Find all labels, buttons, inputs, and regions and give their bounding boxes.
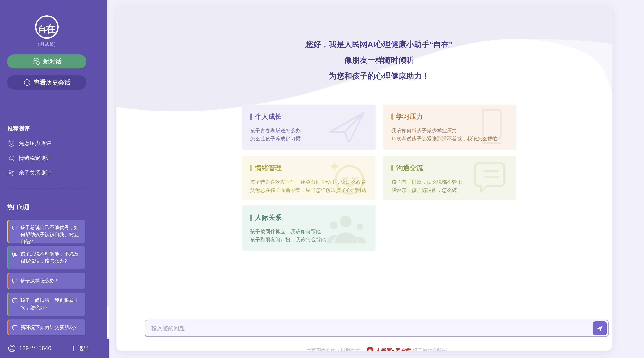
- user-bar: 139****5640 | 退出: [0, 338, 110, 358]
- hot-question-item[interactable]: 新环境下如何结交新朋友?: [7, 319, 85, 335]
- assessment-parent-child[interactable]: 亲子关系测评: [7, 167, 85, 178]
- category-example-line: 孩子被同伴孤立，我该如何帮他: [250, 227, 368, 236]
- category-title-row: 沟通交流: [391, 164, 508, 173]
- category-title: 情绪管理: [255, 164, 282, 173]
- peoples-daily-app-icon: [367, 347, 373, 351]
- zizai-logo-icon: 自 在: [35, 15, 58, 39]
- title-accent-bar: [391, 165, 393, 171]
- category-examples: 孩子被同伴孤立，我该如何帮他 孩子和朋友闹别扭，我该怎么帮他: [250, 227, 368, 244]
- anxious-face-icon: [7, 139, 16, 147]
- sidebar-divider: [7, 189, 85, 189]
- history-button[interactable]: 查看历史会话: [7, 75, 86, 90]
- category-example-line: 父母总在孩子面前吵架，应当怎样解决孩子心理问题: [250, 186, 368, 194]
- category-title-row: 人际关系: [250, 213, 368, 222]
- chat-bubble-icon: [12, 225, 18, 231]
- category-card-personal-growth[interactable]: 个人成长 孩子青春期叛逆怎么办 怎么让孩子养成好习惯: [242, 105, 376, 150]
- assessment-anxiety[interactable]: 焦虑压力测评: [7, 138, 85, 149]
- logout-button[interactable]: 退出: [78, 344, 89, 352]
- category-example-line: 怎么让孩子养成好习惯: [250, 135, 368, 143]
- sidebar-scrollbar-track: [107, 0, 110, 358]
- hot-question-item[interactable]: 孩子一闹情绪，我也跟着上火，怎么办?: [7, 292, 85, 316]
- send-button[interactable]: [593, 321, 607, 335]
- hot-question-text: 新环境下如何结交新朋友?: [20, 324, 76, 331]
- user-phone: 139****5640: [19, 345, 52, 351]
- category-example-line: 孩子和朋友闹别扭，我该怎么帮他: [250, 236, 368, 244]
- category-examples: 我该如何帮孩子减少学业压力 每次考试孩子都紧张到睡不着觉，我该怎么帮忙: [391, 127, 508, 143]
- history-label: 查看历史会话: [34, 78, 70, 87]
- assessments-title: 推荐测评: [7, 125, 30, 132]
- chat-bubble-icon: [12, 251, 18, 257]
- calm-face-icon: [7, 154, 16, 162]
- headline-line-3: 为您和孩子的心理健康助力！: [306, 68, 453, 84]
- disclaimer-text-before: 本页面内容由大模型生成，: [306, 347, 365, 351]
- new-chat-label: 新对话: [43, 57, 62, 66]
- category-card-study-pressure[interactable]: 学习压力 我该如何帮孩子减少学业压力 每次考试孩子都紧张到睡不着觉，我该怎么帮忙: [384, 105, 516, 150]
- category-title-row: 学习压力: [391, 112, 508, 121]
- send-plane-icon: [596, 325, 604, 332]
- hot-question-text: 孩子厌学怎么办?: [20, 277, 57, 284]
- disclaimer-text-after: 提示您注意甄别: [413, 347, 447, 351]
- category-title-row: 情绪管理: [250, 164, 368, 173]
- title-accent-bar: [391, 113, 393, 120]
- category-title: 个人成长: [255, 112, 282, 121]
- assessment-label: 亲子关系测评: [19, 169, 51, 177]
- category-card-interpersonal[interactable]: 人际关系 孩子被同伴孤立，我该如何帮他 孩子和朋友闹别扭，我该怎么帮他: [242, 205, 376, 251]
- logo-char-2: 在: [46, 24, 56, 34]
- category-card-communication[interactable]: 沟通交流 孩子有手机瘾，怎么说都不管用 我说东，孩子偏往西，怎么破: [384, 156, 516, 200]
- clock-icon: [23, 79, 31, 86]
- category-title: 沟通交流: [396, 164, 423, 173]
- title-accent-bar: [250, 113, 252, 120]
- peoples-daily-app-label: 人民网+客户端: [375, 347, 411, 351]
- assessment-emotion[interactable]: 情绪稳定测评: [7, 153, 85, 164]
- category-title: 人际关系: [255, 213, 282, 222]
- user-bar-divider: |: [72, 345, 74, 351]
- category-example-line: 孩子特别喜欢发脾气，还会跟同学动手，该怎么教育: [250, 178, 368, 186]
- category-example-line: 孩子有手机瘾，怎么说都不管用: [391, 178, 508, 186]
- category-card-emotion-management[interactable]: 情绪管理 孩子特别喜欢发脾气，还会跟同学动手，该怎么教育 父母总在孩子面前吵架，…: [242, 156, 376, 200]
- category-title-row: 个人成长: [250, 112, 368, 121]
- assessment-label: 焦虑压力测评: [19, 140, 51, 147]
- main-panel: 您好，我是人民网AI心理健康小助手“自在” 像朋友一样随时倾听 为您和孩子的心理…: [116, 6, 612, 351]
- category-example-line: 孩子青春期叛逆怎么办: [250, 127, 368, 135]
- headline-line-2: 像朋友一样随时倾听: [306, 52, 453, 68]
- hot-question-text: 孩子一闹情绪，我也跟着上火，怎么办?: [20, 297, 82, 311]
- chat-bubble-icon: [12, 298, 18, 303]
- category-title: 学习压力: [396, 112, 423, 121]
- sidebar: 自 在 (测试版) 新对话 查看历史会话 推荐测评 焦虑压力测评: [0, 0, 107, 358]
- welcome-headline: 您好，我是人民网AI心理健康小助手“自在” 像朋友一样随时倾听 为您和孩子的心理…: [306, 36, 453, 84]
- hot-question-text: 孩子总说自己不够优秀，如何帮助孩子认识自我、树立自信?: [20, 224, 82, 245]
- hot-question-text: 孩子总说不理解他，不愿意跟我说话，该怎么办?: [20, 251, 82, 265]
- hot-question-item[interactable]: 孩子总说自己不够优秀，如何帮助孩子认识自我、树立自信?: [7, 220, 85, 243]
- app-logo: 自 在 (测试版): [0, 15, 94, 47]
- hot-questions-title: 热门问题: [7, 203, 30, 211]
- chat-bubble-icon: [12, 278, 18, 284]
- beta-caption: (测试版): [0, 41, 94, 47]
- category-examples: 孩子有手机瘾，怎么说都不管用 我说东，孩子偏往西，怎么破: [391, 178, 508, 194]
- headline-line-1: 您好，我是人民网AI心理健康小助手“自在”: [306, 36, 453, 52]
- hot-question-item[interactable]: 孩子总说不理解他，不愿意跟我说话，该怎么办?: [7, 246, 85, 269]
- logo-char-1: 自: [38, 25, 46, 33]
- category-examples: 孩子青春期叛逆怎么办 怎么让孩子养成好习惯: [250, 127, 368, 143]
- user-avatar-icon: [8, 344, 16, 352]
- category-example-line: 我说东，孩子偏往西，怎么破: [391, 186, 508, 194]
- sidebar-scrollbar-thumb[interactable]: [107, 306, 110, 337]
- title-accent-bar: [250, 214, 252, 221]
- hot-question-item[interactable]: 孩子厌学怎么办?: [7, 272, 85, 289]
- assessment-label: 情绪稳定测评: [19, 155, 51, 162]
- new-chat-button[interactable]: 新对话: [7, 55, 86, 69]
- category-examples: 孩子特别喜欢发脾气，还会跟同学动手，该怎么教育 父母总在孩子面前吵架，应当怎样解…: [250, 178, 368, 194]
- title-accent-bar: [250, 165, 252, 171]
- question-input[interactable]: [145, 320, 608, 337]
- parent-child-icon: [7, 169, 16, 177]
- category-example-line: 每次考试孩子都紧张到睡不着觉，我该怎么帮忙: [391, 135, 508, 143]
- chat-plus-icon: [32, 58, 40, 65]
- chat-bubble-icon: [12, 325, 18, 330]
- disclaimer-footer: 本页面内容由大模型生成， 人民网+客户端 提示您注意甄别: [306, 347, 447, 351]
- category-example-line: 我该如何帮孩子减少学业压力: [391, 127, 508, 135]
